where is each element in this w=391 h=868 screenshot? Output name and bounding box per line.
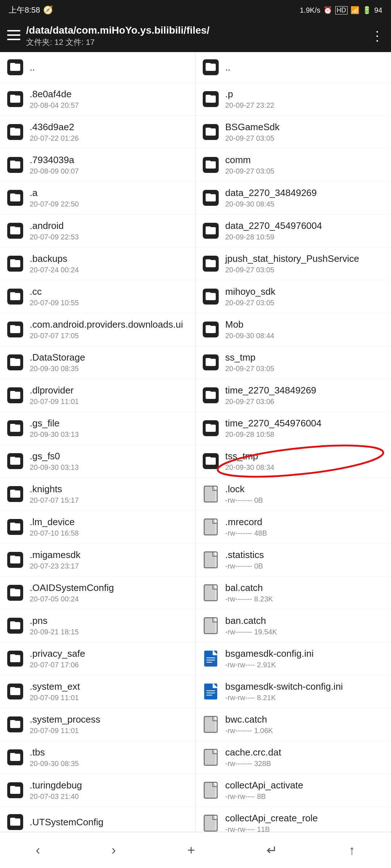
file-info: .pns20-09-21 18:15 xyxy=(30,615,189,636)
list-item[interactable]: .knights20-07-07 15:17 xyxy=(0,478,195,511)
folder-icon xyxy=(201,452,220,471)
svg-rect-26 xyxy=(10,292,15,294)
svg-rect-80 xyxy=(206,95,211,97)
hd-badge: HD xyxy=(335,6,348,14)
list-item[interactable]: cache.crc.dat-rw------- 328B xyxy=(196,741,391,774)
list-item[interactable]: Mob20-09-30 08:44 xyxy=(196,313,391,346)
file-meta: -rw------- 0B xyxy=(225,496,385,505)
list-item[interactable]: comm20-09-27 03:05 xyxy=(196,149,391,182)
file-info: bal.catch-rw------- 8.23K xyxy=(225,582,385,603)
list-item[interactable]: bwc.catch-rw------- 1.06K xyxy=(196,708,391,741)
file-info: mihoyo_sdk20-09-27 03:05 xyxy=(225,286,385,307)
list-item[interactable]: .dlprovider20-07-09 11:01 xyxy=(0,379,195,412)
list-item[interactable]: bsgamesdk-switch-config.ini-rw-rw---- 8.… xyxy=(196,675,391,708)
list-item[interactable]: mihoyo_sdk20-09-27 03:05 xyxy=(196,280,391,313)
file-info: bwc.catch-rw------- 1.06K xyxy=(225,714,385,735)
file-info: .dlprovider20-07-09 11:01 xyxy=(30,385,189,406)
folder-icon xyxy=(6,58,25,77)
list-item[interactable]: .lock-rw------- 0B xyxy=(196,478,391,511)
list-item[interactable]: .android20-07-09 22:53 xyxy=(0,214,195,247)
list-item[interactable]: .OAIDSystemConfig20-07-05 00:24 xyxy=(0,576,195,609)
folder-icon xyxy=(6,452,25,471)
list-item[interactable]: time_2270_45497600420-09-28 10:58 xyxy=(196,412,391,445)
file-info: .com.android.providers.downloads.ui20-07… xyxy=(30,319,189,340)
list-item[interactable]: .8e0af4de20-08-04 20:57 xyxy=(0,83,195,116)
list-item[interactable]: .backups20-07-24 00:24 xyxy=(0,247,195,280)
file-info: .8e0af4de20-08-04 20:57 xyxy=(30,89,189,110)
list-item[interactable]: BSGameSdk20-09-27 03:05 xyxy=(196,116,391,149)
nav-forward[interactable]: › xyxy=(101,839,127,861)
list-item[interactable]: tss_tmp20-09-30 08:34 xyxy=(196,445,391,478)
list-item[interactable]: .lm_device20-07-10 16:58 xyxy=(0,511,195,544)
file-icon xyxy=(201,550,220,569)
file-info: .privacy_safe20-07-07 17:06 xyxy=(30,648,189,669)
list-item[interactable]: .tbs20-09-30 08:35 xyxy=(0,741,195,774)
file-name: comm xyxy=(225,154,385,166)
list-item[interactable]: .cc20-07-09 10:55 xyxy=(0,280,195,313)
folder-icon xyxy=(201,386,220,405)
list-item[interactable]: .. xyxy=(0,52,195,83)
nav-back[interactable]: ‹ xyxy=(25,839,51,861)
svg-rect-71 xyxy=(10,786,15,788)
file-name: .lm_device xyxy=(30,516,189,528)
list-item[interactable]: collectApi_activate-rw-rw---- 8B xyxy=(196,774,391,807)
file-meta: -rw-rw---- 8.21K xyxy=(225,694,385,702)
list-item[interactable]: .mrecord-rw------- 48B xyxy=(196,511,391,544)
folder-icon xyxy=(201,90,220,109)
file-name: .436d9ae2 xyxy=(30,122,189,133)
nav-up[interactable]: ↑ xyxy=(338,839,366,861)
file-info: .system_ext20-07-09 11:01 xyxy=(30,681,189,702)
more-options-icon[interactable]: ⋮ xyxy=(371,29,384,44)
list-item[interactable]: .DataStorage20-09-30 08:35 xyxy=(0,346,195,379)
folder-icon xyxy=(6,748,25,767)
list-item[interactable]: ban.catch-rw------- 19.54K xyxy=(196,609,391,642)
list-item[interactable]: bal.catch-rw------- 8.23K xyxy=(196,576,391,609)
nav-add[interactable]: + xyxy=(176,839,206,861)
file-meta: 20-09-27 03:05 xyxy=(225,167,385,175)
svg-rect-8 xyxy=(10,95,15,97)
list-item[interactable]: .gs_fs020-09-30 03:13 xyxy=(0,445,195,478)
list-item[interactable]: .7934039a20-08-09 00:07 xyxy=(0,149,195,182)
svg-rect-59 xyxy=(10,654,15,656)
file-meta: 20-07-09 22:50 xyxy=(30,200,189,208)
file-meta: 20-07-07 17:06 xyxy=(30,661,189,669)
folder-icon xyxy=(6,616,25,635)
list-item[interactable]: .pns20-09-21 18:15 xyxy=(0,609,195,642)
list-item[interactable]: .436d9ae220-07-22 01:26 xyxy=(0,116,195,149)
list-item[interactable]: data_2270_3484926920-09-30 08:45 xyxy=(196,182,391,214)
file-name: BSGameSdk xyxy=(225,122,385,133)
file-info: .OAIDSystemConfig20-07-05 00:24 xyxy=(30,582,189,603)
list-item[interactable]: .a20-07-09 22:50 xyxy=(0,182,195,214)
svg-rect-17 xyxy=(10,193,15,196)
list-item[interactable]: ss_tmp20-09-27 03:05 xyxy=(196,346,391,379)
nav-enter[interactable]: ↵ xyxy=(256,839,288,861)
list-item[interactable]: .p20-09-27 23:22 xyxy=(196,83,391,116)
list-item[interactable]: bsgamesdk-config.ini-rw-rw---- 2.91K xyxy=(196,642,391,675)
file-name: .UTSystemConfig xyxy=(30,817,189,828)
file-name: .OAIDSystemConfig xyxy=(30,582,189,593)
folder-icon xyxy=(6,550,25,569)
file-meta: 20-09-30 08:34 xyxy=(225,463,385,472)
list-item[interactable]: data_2270_45497600420-09-28 10:59 xyxy=(196,214,391,247)
svg-rect-23 xyxy=(10,259,15,261)
list-item[interactable]: .system_process20-07-09 11:01 xyxy=(0,708,195,741)
list-item[interactable]: .com.android.providers.downloads.ui20-07… xyxy=(0,313,195,346)
file-name: collectApi_create_role xyxy=(225,813,385,824)
file-name: Mob xyxy=(225,319,385,330)
list-item[interactable]: .statistics-rw------- 0B xyxy=(196,544,391,576)
list-item[interactable]: .migamesdk20-07-23 23:17 xyxy=(0,544,195,576)
hamburger-menu[interactable] xyxy=(7,30,20,43)
list-item[interactable]: .system_ext20-07-09 11:01 xyxy=(0,675,195,708)
list-item[interactable]: .. xyxy=(196,52,391,83)
right-pane: .. .p20-09-27 23:22 BSGameSdk20-09-27 03… xyxy=(196,52,391,840)
folder-icon xyxy=(201,188,220,207)
file-name: .7934039a xyxy=(30,154,189,166)
svg-rect-74 xyxy=(10,818,15,820)
list-item[interactable]: jpush_stat_history_PushService20-09-27 0… xyxy=(196,247,391,280)
list-item[interactable]: .turingdebug20-07-03 21:40 xyxy=(0,774,195,807)
list-item[interactable]: time_2270_3484926920-09-27 03:06 xyxy=(196,379,391,412)
svg-rect-101 xyxy=(206,325,211,327)
list-item[interactable]: .privacy_safe20-07-07 17:06 xyxy=(0,642,195,675)
list-item[interactable]: .gs_file20-09-30 03:13 xyxy=(0,412,195,445)
file-meta: 20-09-27 23:22 xyxy=(225,101,385,110)
